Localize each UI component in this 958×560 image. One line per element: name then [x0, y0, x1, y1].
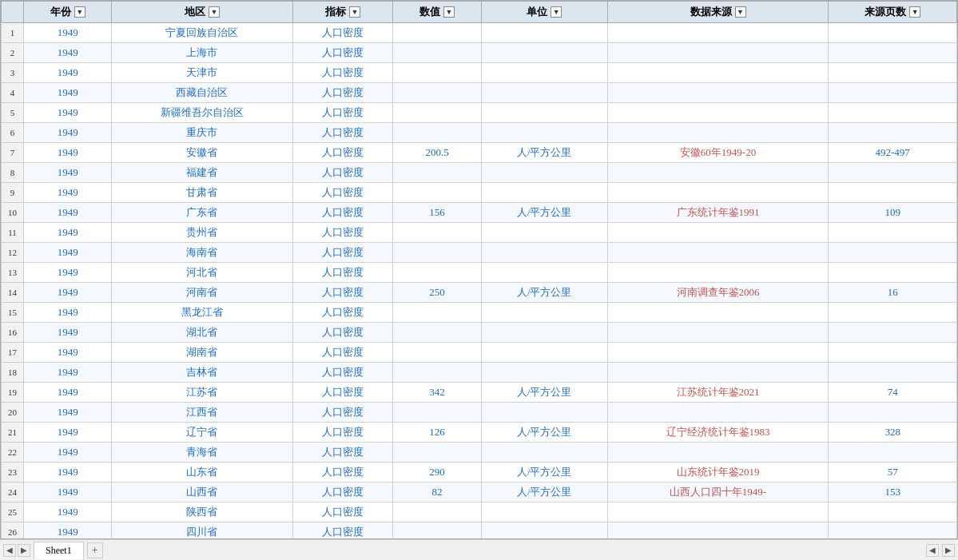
cell-region[interactable]: 上海市: [112, 43, 292, 63]
cell-pages[interactable]: [829, 363, 957, 383]
header-source[interactable]: 数据来源 ▼: [607, 2, 829, 23]
table-row[interactable]: 151949黑龙江省人口密度: [2, 303, 957, 323]
cell-value[interactable]: 82: [393, 483, 481, 502]
cell-pages[interactable]: [829, 263, 957, 283]
cell-year[interactable]: 1949: [24, 463, 112, 483]
cell-indicator[interactable]: 人口密度: [292, 163, 393, 183]
cell-year[interactable]: 1949: [24, 63, 112, 83]
cell-value[interactable]: 342: [393, 383, 481, 403]
cell-region[interactable]: 辽宁省: [112, 423, 292, 443]
cell-source[interactable]: [607, 403, 829, 423]
cell-source[interactable]: 山西人口四十年1949-: [607, 483, 829, 502]
cell-pages[interactable]: [829, 502, 957, 522]
cell-indicator[interactable]: 人口密度: [292, 183, 393, 203]
cell-indicator[interactable]: 人口密度: [292, 483, 393, 502]
filter-pages-btn[interactable]: ▼: [909, 6, 920, 18]
cell-indicator[interactable]: 人口密度: [292, 303, 393, 323]
table-row[interactable]: 161949湖北省人口密度: [2, 323, 957, 343]
cell-pages[interactable]: [829, 163, 957, 183]
cell-unit[interactable]: [481, 103, 607, 123]
cell-source[interactable]: 辽宁经济统计年鉴1983: [607, 423, 829, 443]
cell-unit[interactable]: [481, 263, 607, 283]
table-row[interactable]: 251949陕西省人口密度: [2, 502, 957, 522]
table-row[interactable]: 41949西藏自治区人口密度: [2, 83, 957, 103]
cell-year[interactable]: 1949: [24, 522, 112, 540]
table-row[interactable]: 191949江苏省人口密度342人/平方公里江苏统计年鉴202174: [2, 383, 957, 403]
cell-year[interactable]: 1949: [24, 223, 112, 243]
cell-year[interactable]: 1949: [24, 443, 112, 463]
cell-region[interactable]: 新疆维吾尔自治区: [112, 103, 292, 123]
table-row[interactable]: 121949海南省人口密度: [2, 243, 957, 263]
cell-source[interactable]: 山东统计年鉴2019: [607, 463, 829, 483]
cell-unit[interactable]: [481, 163, 607, 183]
cell-pages[interactable]: 153: [829, 483, 957, 502]
add-sheet-button[interactable]: +: [87, 542, 103, 558]
cell-unit[interactable]: [481, 502, 607, 522]
cell-source[interactable]: [607, 83, 829, 103]
cell-value[interactable]: [393, 443, 481, 463]
cell-year[interactable]: 1949: [24, 123, 112, 143]
cell-value[interactable]: 250: [393, 283, 481, 303]
cell-value[interactable]: [393, 63, 481, 83]
cell-source[interactable]: [607, 323, 829, 343]
cell-unit[interactable]: [481, 343, 607, 363]
table-row[interactable]: 101949广东省人口密度156人/平方公里广东统计年鉴1991109: [2, 203, 957, 223]
cell-region[interactable]: 江西省: [112, 403, 292, 423]
cell-value[interactable]: [393, 502, 481, 522]
cell-source[interactable]: [607, 23, 829, 43]
cell-year[interactable]: 1949: [24, 502, 112, 522]
cell-indicator[interactable]: 人口密度: [292, 502, 393, 522]
table-row[interactable]: 241949山西省人口密度82人/平方公里山西人口四十年1949-153: [2, 483, 957, 502]
cell-indicator[interactable]: 人口密度: [292, 203, 393, 223]
cell-value[interactable]: [393, 323, 481, 343]
cell-value[interactable]: [393, 223, 481, 243]
cell-value[interactable]: [393, 83, 481, 103]
filter-indicator-btn[interactable]: ▼: [349, 6, 360, 18]
cell-year[interactable]: 1949: [24, 303, 112, 323]
cell-unit[interactable]: [481, 123, 607, 143]
cell-pages[interactable]: 57: [829, 463, 957, 483]
cell-pages[interactable]: [829, 223, 957, 243]
cell-unit[interactable]: 人/平方公里: [481, 383, 607, 403]
cell-value[interactable]: [393, 263, 481, 283]
cell-value[interactable]: [393, 343, 481, 363]
cell-year[interactable]: 1949: [24, 83, 112, 103]
cell-pages[interactable]: 109: [829, 203, 957, 223]
cell-region[interactable]: 安徽省: [112, 143, 292, 163]
cell-year[interactable]: 1949: [24, 483, 112, 502]
cell-source[interactable]: [607, 123, 829, 143]
cell-region[interactable]: 贵州省: [112, 223, 292, 243]
cell-indicator[interactable]: 人口密度: [292, 522, 393, 540]
table-row[interactable]: 91949甘肃省人口密度: [2, 183, 957, 203]
cell-source[interactable]: [607, 63, 829, 83]
cell-value[interactable]: [393, 103, 481, 123]
cell-year[interactable]: 1949: [24, 23, 112, 43]
header-year[interactable]: 年份 ▼: [24, 2, 112, 23]
cell-value[interactable]: [393, 23, 481, 43]
cell-pages[interactable]: [829, 522, 957, 540]
cell-unit[interactable]: [481, 23, 607, 43]
cell-unit[interactable]: [481, 63, 607, 83]
cell-indicator[interactable]: 人口密度: [292, 463, 393, 483]
cell-unit[interactable]: [481, 363, 607, 383]
cell-indicator[interactable]: 人口密度: [292, 343, 393, 363]
cell-pages[interactable]: [829, 303, 957, 323]
cell-pages[interactable]: [829, 323, 957, 343]
cell-pages[interactable]: [829, 23, 957, 43]
cell-indicator[interactable]: 人口密度: [292, 443, 393, 463]
table-row[interactable]: 261949四川省人口密度: [2, 522, 957, 540]
cell-indicator[interactable]: 人口密度: [292, 83, 393, 103]
header-pages[interactable]: 来源页数 ▼: [829, 2, 957, 23]
table-row[interactable]: 181949吉林省人口密度: [2, 363, 957, 383]
filter-source-btn[interactable]: ▼: [735, 6, 746, 18]
cell-region[interactable]: 湖北省: [112, 323, 292, 343]
scroll-left-btn[interactable]: ◀: [926, 544, 939, 557]
cell-region[interactable]: 黑龙江省: [112, 303, 292, 323]
cell-value[interactable]: [393, 123, 481, 143]
filter-value-btn[interactable]: ▼: [443, 6, 455, 18]
cell-source[interactable]: [607, 183, 829, 203]
cell-region[interactable]: 河北省: [112, 263, 292, 283]
table-row[interactable]: 61949重庆市人口密度: [2, 123, 957, 143]
cell-indicator[interactable]: 人口密度: [292, 63, 393, 83]
cell-region[interactable]: 青海省: [112, 443, 292, 463]
